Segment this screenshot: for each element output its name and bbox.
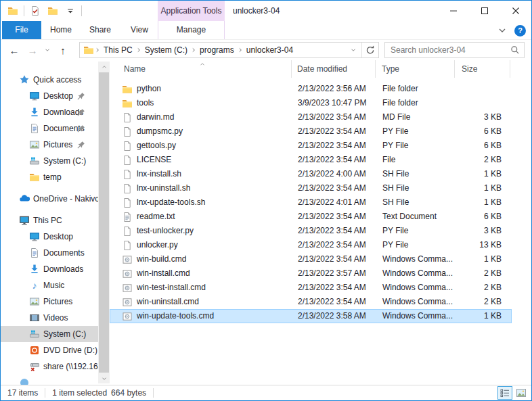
file-size: 2 KB bbox=[456, 281, 511, 294]
file-date: 2/13/2022 3:56 AM bbox=[292, 82, 376, 95]
text-file-icon bbox=[122, 212, 133, 222]
thumbnails-view-button[interactable] bbox=[514, 386, 529, 400]
ribbon-tab-bar: File Home Share View Manage ? bbox=[1, 21, 531, 40]
sidebar-item-documents[interactable]: Documents bbox=[1, 245, 98, 261]
sidebar-item-dvd-drive[interactable]: DVD Drive (D:) 16 bbox=[1, 342, 98, 358]
new-folder-button[interactable] bbox=[46, 4, 60, 18]
tab-share[interactable]: Share bbox=[81, 21, 120, 39]
close-button[interactable] bbox=[500, 1, 531, 21]
tab-view[interactable]: View bbox=[120, 21, 159, 39]
file-row-python[interactable]: python 2/13/2022 3:56 AM File folder bbox=[110, 82, 512, 96]
file-size: 1 KB bbox=[456, 182, 511, 195]
column-header-date-modified[interactable]: Date modified bbox=[292, 60, 376, 78]
tab-file[interactable]: File bbox=[2, 21, 41, 39]
file-row-lnx-uninstall-sh[interactable]: lnx-uninstall.sh 2/13/2022 3:54 AM SH Fi… bbox=[110, 181, 512, 195]
customize-qat-dropdown[interactable] bbox=[64, 4, 77, 18]
breadcrumb-programs[interactable]: programs bbox=[197, 45, 237, 55]
up-button[interactable]: ↑ bbox=[53, 42, 72, 58]
sort-ascending-icon bbox=[199, 61, 206, 68]
file-row-win-install-cmd[interactable]: win-install.cmd 2/13/2022 3:57 AM Window… bbox=[110, 266, 512, 281]
sidebar-item-pictures-quick[interactable]: Pictures bbox=[1, 137, 98, 153]
this-pc-icon bbox=[19, 215, 30, 226]
file-row-tools[interactable]: tools 3/9/2023 10:47 PM File folder bbox=[110, 96, 512, 110]
scrollbar-thumb[interactable] bbox=[99, 72, 109, 373]
back-button[interactable]: ← bbox=[5, 42, 24, 58]
file-type: PY File bbox=[376, 125, 456, 138]
sidebar-item-network-share[interactable]: share (\\192.168. bbox=[1, 358, 98, 375]
file-row-lnx-install-sh[interactable]: lnx-install.sh 2/13/2022 4:00 AM SH File… bbox=[110, 167, 512, 181]
scroll-down-icon[interactable] bbox=[98, 373, 110, 383]
file-row-license[interactable]: LICENSE 2/13/2022 3:54 AM File 2 KB bbox=[110, 153, 512, 167]
file-type: Text Document bbox=[376, 210, 456, 223]
column-header-type[interactable]: Type bbox=[376, 60, 455, 78]
search-input[interactable] bbox=[385, 45, 506, 55]
file-row-dumpsmc-py[interactable]: dumpsmc.py 2/13/2022 3:54 AM PY File 6 K… bbox=[110, 124, 512, 139]
sidebar-item-partial[interactable] bbox=[1, 375, 98, 385]
pin-icon bbox=[75, 124, 86, 135]
sidebar-scrollbar[interactable] bbox=[98, 62, 110, 383]
sidebar-item-quick-access[interactable]: Quick access bbox=[1, 72, 98, 88]
breadcrumb-unlocker3-04[interactable]: unlocker3-04 bbox=[244, 45, 296, 55]
column-header-size[interactable]: Size bbox=[455, 60, 510, 78]
sidebar-item-downloads[interactable]: Downloads bbox=[1, 261, 98, 277]
file-row-win-uninstall-cmd[interactable]: win-uninstall.cmd 2/13/2022 3:54 AM Wind… bbox=[110, 295, 512, 309]
sidebar-item-pictures[interactable]: Pictures bbox=[1, 293, 98, 310]
network-drive-icon bbox=[29, 361, 40, 372]
folder-icon bbox=[122, 98, 133, 109]
recent-locations-dropdown[interactable] bbox=[41, 42, 53, 58]
file-icon bbox=[122, 155, 133, 166]
breadcrumb-this-pc[interactable]: This PC bbox=[101, 45, 135, 55]
sidebar-item-documents-quick[interactable]: Documents bbox=[1, 120, 98, 137]
details-view-button[interactable] bbox=[497, 386, 512, 400]
tab-manage[interactable]: Manage bbox=[158, 21, 225, 39]
sidebar-item-temp[interactable]: temp bbox=[1, 169, 98, 185]
file-size: 1 KB bbox=[456, 253, 511, 266]
drive-icon bbox=[29, 156, 40, 166]
tab-home[interactable]: Home bbox=[41, 21, 81, 39]
file-row-readme-txt[interactable]: readme.txt 2/13/2022 3:54 AM Text Docume… bbox=[110, 210, 512, 224]
file-row-gettools-py[interactable]: gettools.py 2/13/2022 3:54 AM PY File 6 … bbox=[110, 139, 512, 153]
minimize-button[interactable] bbox=[438, 1, 469, 21]
file-row-unlocker-py[interactable]: unlocker.py 2/13/2022 3:54 AM PY File 13… bbox=[110, 238, 512, 252]
help-icon[interactable]: ? bbox=[514, 25, 526, 37]
desktop-icon bbox=[29, 231, 40, 242]
properties-button[interactable] bbox=[28, 4, 42, 18]
sidebar-item-downloads-quick[interactable]: Downloads bbox=[1, 104, 98, 120]
sidebar-item-music[interactable]: ♪ Music bbox=[1, 277, 98, 293]
file-row-darwin-md[interactable]: darwin.md 2/13/2022 3:54 AM MD File 3 KB bbox=[110, 110, 512, 124]
cmd-file-icon bbox=[122, 311, 133, 322]
sidebar-item-system-c-quick[interactable]: System (C:) bbox=[1, 153, 98, 169]
sidebar-item-desktop[interactable]: Desktop bbox=[1, 229, 98, 245]
breadcrumb: This PC System (C:) programs unlocker3-0… bbox=[94, 45, 345, 55]
file-date: 2/13/2022 3:54 AM bbox=[292, 296, 376, 308]
address-bar[interactable]: This PC System (C:) programs unlocker3-0… bbox=[79, 42, 379, 58]
maximize-button[interactable] bbox=[469, 1, 500, 21]
qat-separator bbox=[24, 5, 24, 16]
search-icon[interactable] bbox=[506, 45, 524, 55]
expand-ribbon-chevron-icon[interactable] bbox=[497, 25, 508, 36]
address-dropdown-chevron-icon[interactable] bbox=[345, 43, 361, 57]
file-date: 2/13/2022 3:54 AM bbox=[292, 253, 376, 266]
file-size: 1 KB bbox=[456, 168, 511, 181]
file-row-lnx-update-tools-sh[interactable]: lnx-update-tools.sh 2/13/2022 4:01 AM SH… bbox=[110, 195, 512, 210]
breadcrumb-system-c[interactable]: System (C:) bbox=[142, 45, 190, 55]
file-row-win-build-cmd[interactable]: win-build.cmd 2/13/2022 3:54 AM Windows … bbox=[110, 252, 512, 266]
file-date: 2/13/2022 3:54 AM bbox=[292, 139, 376, 152]
sidebar-item-desktop-quick[interactable]: Desktop bbox=[1, 88, 98, 104]
file-row-win-test-install-cmd[interactable]: win-test-install.cmd 2/13/2022 3:54 AM W… bbox=[110, 281, 512, 295]
file-date: 2/13/2022 4:00 AM bbox=[292, 168, 376, 181]
scroll-up-icon[interactable] bbox=[98, 62, 110, 72]
sidebar-item-system-c[interactable]: System (C:) bbox=[1, 326, 98, 342]
sidebar-item-label: System (C:) bbox=[43, 156, 86, 166]
sidebar-item-videos[interactable]: Videos bbox=[1, 310, 98, 326]
file-row-test-unlocker-py[interactable]: test-unlocker.py 2/13/2022 3:54 AM PY Fi… bbox=[110, 224, 512, 238]
search-box[interactable] bbox=[384, 42, 525, 58]
file-row-win-update-tools-cmd-selected[interactable]: win-update-tools.cmd 2/13/2022 3:58 AM W… bbox=[110, 309, 512, 323]
forward-button[interactable]: → bbox=[24, 42, 41, 58]
refresh-button[interactable] bbox=[362, 43, 378, 57]
file-date: 2/13/2022 3:54 AM bbox=[292, 154, 376, 166]
file-name: lnx-install.sh bbox=[137, 168, 181, 181]
videos-icon bbox=[29, 312, 40, 323]
sidebar-item-this-pc[interactable]: This PC bbox=[1, 212, 98, 229]
sidebar-item-onedrive[interactable]: OneDrive - Nakivo bbox=[1, 191, 98, 207]
